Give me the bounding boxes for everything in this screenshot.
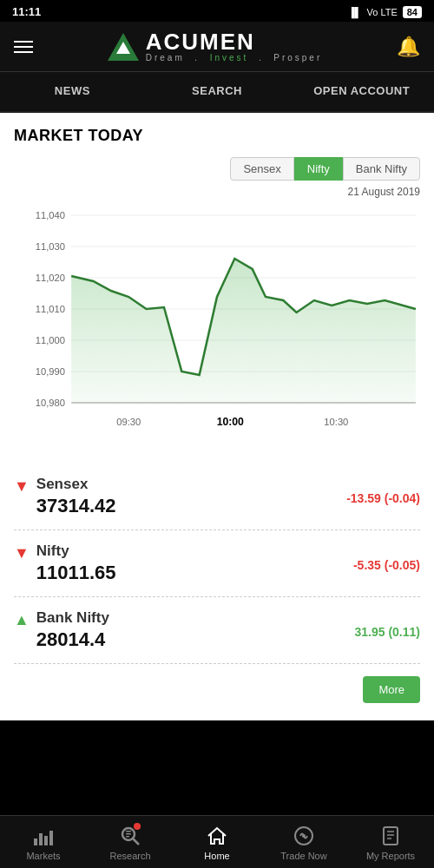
svg-text:10,990: 10,990 — [36, 366, 65, 377]
bottom-nav-research[interactable]: Research — [87, 816, 174, 868]
nifty-direction-icon: ▼ — [14, 544, 30, 562]
nifty-name: Nifty — [36, 542, 116, 560]
status-bar: 11:11 ▐▌ Vo LTE 84 — [0, 0, 434, 22]
tab-sensex[interactable]: Sensex — [230, 157, 293, 181]
chart-svg: 11,040 11,030 11,020 11,010 11,000 10,99… — [14, 203, 420, 446]
menu-button[interactable] — [14, 41, 33, 53]
home-label: Home — [204, 851, 229, 861]
svg-rect-30 — [384, 827, 398, 845]
svg-text:11,000: 11,000 — [36, 335, 65, 345]
markets-icon — [32, 825, 55, 847]
research-alert-dot — [134, 823, 141, 830]
bottom-nav: Markets Research Home Trade Now — [0, 815, 434, 868]
svg-rect-22 — [49, 831, 53, 845]
bottom-nav-trade[interactable]: Trade Now — [260, 816, 347, 868]
bottom-nav-home[interactable]: Home — [174, 816, 260, 868]
logo-triangle-icon — [108, 33, 139, 61]
logo-tagline: Dream . Invest . Prosper — [146, 53, 323, 62]
svg-rect-20 — [39, 833, 43, 845]
reports-label: My Reports — [366, 851, 415, 861]
market-chart: 11,040 11,030 11,020 11,010 11,000 10,99… — [14, 203, 420, 446]
market-tabs: Sensex Nifty Bank Nifty — [14, 157, 420, 181]
banknifty-name: Bank Nifty — [36, 609, 109, 627]
svg-text:11,020: 11,020 — [36, 273, 65, 283]
svg-point-29 — [302, 834, 306, 838]
svg-rect-27 — [126, 836, 129, 838]
logo-name: ACUMEN — [146, 30, 323, 53]
svg-rect-21 — [44, 836, 48, 845]
svg-text:11,030: 11,030 — [36, 241, 65, 252]
nifty-item: ▼ Nifty 11011.65 -5.35 (-0.05) — [14, 530, 420, 597]
svg-text:10:00: 10:00 — [217, 416, 244, 428]
logo: ACUMEN Dream . Invest . Prosper — [108, 30, 323, 62]
status-icons: ▐▌ Vo LTE 84 — [348, 6, 422, 18]
nav-search[interactable]: SEARCH — [145, 72, 290, 111]
svg-text:10,980: 10,980 — [36, 398, 65, 408]
svg-text:10:30: 10:30 — [324, 417, 348, 427]
network-type: Vo LTE — [366, 7, 397, 17]
svg-rect-26 — [126, 833, 131, 835]
svg-text:11,010: 11,010 — [36, 304, 65, 314]
nav-bar: NEWS SEARCH OPEN ACCOUNT — [0, 72, 434, 113]
home-icon — [206, 825, 228, 847]
nav-news[interactable]: NEWS — [0, 72, 145, 111]
sensex-name: Sensex — [36, 476, 116, 493]
svg-text:09:30: 09:30 — [116, 417, 141, 427]
notification-bell-icon[interactable]: 🔔 — [397, 36, 420, 58]
svg-rect-19 — [34, 838, 37, 845]
section-title: MARKET TODAY — [14, 127, 420, 145]
banknifty-item: ▲ Bank Nifty 28014.4 31.95 (0.11) — [14, 597, 420, 664]
markets-label: Markets — [26, 851, 60, 861]
banknifty-value: 28014.4 — [36, 628, 109, 651]
trade-icon — [293, 825, 315, 847]
research-label: Research — [109, 851, 150, 861]
nifty-value: 11011.65 — [36, 562, 116, 584]
status-time: 11:11 — [12, 5, 41, 18]
trade-label: Trade Now — [280, 851, 326, 861]
svg-line-24 — [134, 839, 140, 845]
sensex-direction-icon: ▼ — [14, 477, 30, 496]
banknifty-change: 31.95 (0.11) — [355, 625, 421, 639]
svg-text:11,040: 11,040 — [36, 210, 65, 220]
sensex-item: ▼ Sensex 37314.42 -13.59 (-0.04) — [14, 464, 420, 530]
app-header: ACUMEN Dream . Invest . Prosper 🔔 — [0, 22, 434, 72]
bottom-nav-markets[interactable]: Markets — [0, 816, 87, 868]
sensex-change: -13.59 (-0.04) — [346, 491, 420, 505]
more-button[interactable]: More — [363, 676, 420, 703]
sensex-value: 37314.42 — [36, 495, 116, 517]
reports-icon — [379, 825, 402, 847]
svg-marker-14 — [71, 259, 416, 403]
main-content: MARKET TODAY Sensex Nifty Bank Nifty 21 … — [0, 113, 434, 720]
bottom-nav-reports[interactable]: My Reports — [347, 816, 434, 868]
signal-icon: ▐▌ — [348, 7, 362, 17]
svg-rect-25 — [126, 831, 131, 832]
tab-bank-nifty[interactable]: Bank Nifty — [343, 157, 420, 181]
banknifty-direction-icon: ▲ — [14, 611, 30, 629]
tab-nifty[interactable]: Nifty — [294, 157, 343, 181]
nifty-change: -5.35 (-0.05) — [353, 558, 420, 572]
nav-open-account[interactable]: OPEN ACCOUNT — [289, 72, 434, 111]
chart-date: 21 August 2019 — [14, 186, 420, 198]
battery-level: 84 — [403, 6, 422, 18]
